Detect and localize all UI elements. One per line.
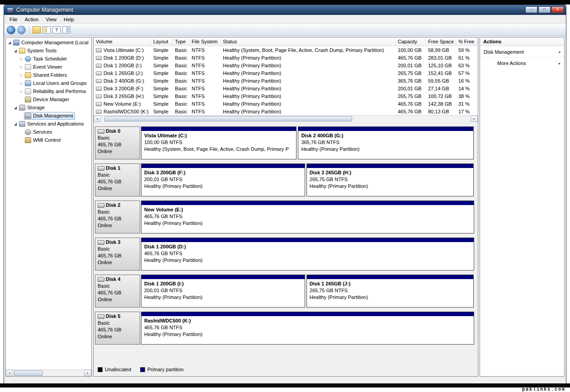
expanded-arrow-icon[interactable]: ◢ xyxy=(7,41,12,45)
cell-type: Basic xyxy=(173,70,189,76)
partition-disk-1-200gb-i[interactable]: Disk 1 200GB (I:)200,01 GB NTFSHealthy (… xyxy=(141,275,305,308)
partition-disk-3-200gb-f[interactable]: Disk 3 200GB (F:)200,01 GB NTFSHealthy (… xyxy=(141,163,305,196)
tree-item-local-users-and-groups[interactable]: ▷Local Users and Groups xyxy=(6,79,91,87)
collapsed-arrow-icon[interactable]: ▷ xyxy=(19,57,24,61)
scroll-track[interactable] xyxy=(101,116,471,122)
tree-item-event-viewer[interactable]: ▷Event Viewer xyxy=(6,63,91,71)
volume-name: Disk 1 200GB (I:) xyxy=(104,63,141,68)
column-header-status[interactable]: Status xyxy=(221,37,396,46)
partition-disk-3-265gb-h[interactable]: Disk 3 265GB (H:)265,75 GB NTFSHealthy (… xyxy=(306,163,474,196)
cell-free-space: 100,72 GB xyxy=(426,93,456,99)
show-action-pane-icon[interactable] xyxy=(62,26,71,33)
tree-item-system-tools[interactable]: ◢System Tools xyxy=(6,47,91,55)
menu-item-view[interactable]: View xyxy=(42,15,60,23)
menu-item-help[interactable]: Help xyxy=(60,15,78,23)
main-area: ◢Computer Management (Local◢System Tools… xyxy=(4,36,566,378)
cell-status: Healthy (Primary Partition) xyxy=(221,55,396,61)
disk-header-disk-0[interactable]: Disk 0Basic465,76 GBOnline xyxy=(95,126,140,159)
column-header-volume[interactable]: Volume xyxy=(94,37,151,46)
close-button[interactable]: × xyxy=(551,6,564,13)
disk-name-label: Disk 0 xyxy=(106,128,120,135)
tree-item-label: System Tools xyxy=(27,48,57,53)
partition-disk-1-265gb-j[interactable]: Disk 1 265GB (J:)265,75 GB NTFSHealthy (… xyxy=(306,275,474,308)
actions-disk-management[interactable]: Disk Management ▴ xyxy=(480,46,564,58)
forward-icon[interactable]: → xyxy=(17,26,26,34)
expanded-arrow-icon[interactable]: ◢ xyxy=(13,49,18,53)
volume-table-scrollbar[interactable]: ◂ ▸ xyxy=(94,115,478,122)
tree-item-services[interactable]: Services xyxy=(6,128,91,136)
volume-row-new-volume-e[interactable]: New Volume (E:)SimpleBasicNTFSHealthy (P… xyxy=(94,100,478,107)
tree-item-task-scheduler[interactable]: ▷Task Scheduler xyxy=(6,55,91,63)
tree-item-disk-management[interactable]: Disk Management xyxy=(6,112,91,120)
expanded-arrow-icon[interactable]: ◢ xyxy=(13,106,18,110)
scroll-right-icon[interactable]: ▸ xyxy=(84,370,91,376)
disk-type: Basic xyxy=(98,135,137,141)
volume-row-disk-3-200gb-f[interactable]: Disk 3 200GB (F:)SimpleBasicNTFSHealthy … xyxy=(94,84,478,92)
disk-status: Online xyxy=(98,333,137,340)
volume-row-disk-1-200gb-d[interactable]: Disk 1 200GB (D:)SimpleBasicNTFSHealthy … xyxy=(94,54,478,61)
partition-rashidwdc500-k[interactable]: RashidWDC500 (K:)465,76 GB NTFSHealthy (… xyxy=(141,312,474,345)
maximize-button[interactable]: □ xyxy=(538,6,551,13)
volume-row-disk-2-400gb-g[interactable]: Disk 2 400GB (G:)SimpleBasicNTFSHealthy … xyxy=(94,77,478,84)
collapsed-arrow-icon[interactable]: ▷ xyxy=(19,81,24,85)
tree-item-services-and-applications[interactable]: ◢Services and Applications xyxy=(6,120,91,128)
back-icon[interactable]: ← xyxy=(7,26,15,34)
column-header-file-system[interactable]: File System xyxy=(189,37,221,46)
minimize-button[interactable]: – xyxy=(525,6,537,13)
disk-size: 465,76 GB xyxy=(98,327,137,333)
more-actions[interactable]: More Actions ▸ xyxy=(480,58,564,69)
partition-new-volume-e[interactable]: New Volume (E:)465,76 GB NTFSHealthy (Pr… xyxy=(141,201,474,233)
partition-disk-2-400gb-g[interactable]: Disk 2 400GB (G:)365,76 GB NTFSHealthy (… xyxy=(298,126,474,159)
collapsed-arrow-icon[interactable]: ▷ xyxy=(19,89,24,93)
cell-status: Healthy (Primary Partition) xyxy=(221,93,396,99)
disk-header-disk-3[interactable]: Disk 3Basic465,76 GBOnline xyxy=(95,238,140,271)
disk-header-disk-1[interactable]: Disk 1Basic465,76 GBOnline xyxy=(95,163,140,196)
tree-item-storage[interactable]: ◢Storage xyxy=(6,103,91,112)
disk-status: Online xyxy=(98,148,137,155)
tree-item-device-manager[interactable]: Device Manager xyxy=(6,95,91,103)
volume-row-disk-3-265gb-h[interactable]: Disk 3 265GB (H:)SimpleBasicNTFSHealthy … xyxy=(94,92,478,100)
disk-header-disk-4[interactable]: Disk 4Basic465,76 GBOnline xyxy=(95,275,140,308)
disk-header-disk-2[interactable]: Disk 2Basic465,76 GBOnline xyxy=(95,201,140,233)
scroll-thumb[interactable] xyxy=(14,370,43,376)
scroll-left-icon[interactable]: ◂ xyxy=(94,116,101,122)
up-level-icon[interactable] xyxy=(33,26,41,33)
tree-item-computer-management-local[interactable]: ◢Computer Management (Local xyxy=(6,38,91,47)
collapse-section-icon[interactable]: ▴ xyxy=(559,50,561,54)
volume-row-disk-1-265gb-j[interactable]: Disk 1 265GB (J:)SimpleBasicNTFSHealthy … xyxy=(94,69,478,77)
disk-icon xyxy=(98,240,104,245)
collapsed-arrow-icon[interactable]: ▷ xyxy=(19,65,24,69)
title-bar[interactable]: Computer Management – □ × xyxy=(4,5,566,15)
scroll-thumb[interactable] xyxy=(104,116,352,121)
help-icon[interactable]: ? xyxy=(52,26,61,33)
menu-item-action[interactable]: Action xyxy=(21,15,42,23)
disk-header-disk-5[interactable]: Disk 5Basic465,76 GBOnline xyxy=(95,312,140,345)
column-header-type[interactable]: Type xyxy=(173,37,189,46)
disk-block-disk-2: Disk 2Basic465,76 GBOnlineNew Volume (E:… xyxy=(95,201,474,233)
menu-item-file[interactable]: File xyxy=(6,15,21,23)
volume-row-vista-ultimate-c[interactable]: Vista Ultimate (C:)SimpleBasicNTFSHealth… xyxy=(94,46,478,54)
collapsed-arrow-icon[interactable]: ▷ xyxy=(19,73,24,77)
expanded-arrow-icon[interactable]: ◢ xyxy=(13,122,18,126)
tree-item-shared-folders[interactable]: ▷Shared Folders xyxy=(6,71,91,79)
scroll-track[interactable] xyxy=(13,370,84,376)
tree-item-label: Task Scheduler xyxy=(33,56,67,61)
cell-free: 59 % xyxy=(456,47,477,53)
column-header-layout[interactable]: Layout xyxy=(151,37,173,46)
actions-section-label: Disk Management xyxy=(484,49,524,55)
volume-row-rashidwdc500-k[interactable]: RashidWDC500 (K:)SimpleBasicNTFSHealthy … xyxy=(94,107,478,115)
tree-item-wmi-control[interactable]: WMI Control xyxy=(6,136,91,144)
tree-item-reliability-and-performa[interactable]: ▷Reliability and Performa xyxy=(6,87,91,95)
partition-disk-1-200gb-d[interactable]: Disk 1 200GB (D:)465,76 GB NTFSHealthy (… xyxy=(141,238,474,271)
more-actions-arrow-icon[interactable]: ▸ xyxy=(559,61,561,65)
scroll-right-icon[interactable]: ▸ xyxy=(471,116,478,122)
show-console-tree-icon[interactable] xyxy=(42,26,51,33)
column-header-free-space[interactable]: Free Space xyxy=(426,37,456,46)
volume-icon xyxy=(96,48,102,52)
column-header-free[interactable]: % Free xyxy=(456,37,477,46)
scroll-left-icon[interactable]: ◂ xyxy=(6,370,13,376)
volume-row-disk-1-200gb-i[interactable]: Disk 1 200GB (I:)SimpleBasicNTFSHealthy … xyxy=(94,61,478,69)
tree-horizontal-scrollbar[interactable]: ◂ ▸ xyxy=(6,369,91,376)
column-header-capacity[interactable]: Capacity xyxy=(396,37,426,46)
partition-vista-ultimate-c[interactable]: Vista Ultimate (C:)100,00 GB NTFSHealthy… xyxy=(141,126,297,159)
